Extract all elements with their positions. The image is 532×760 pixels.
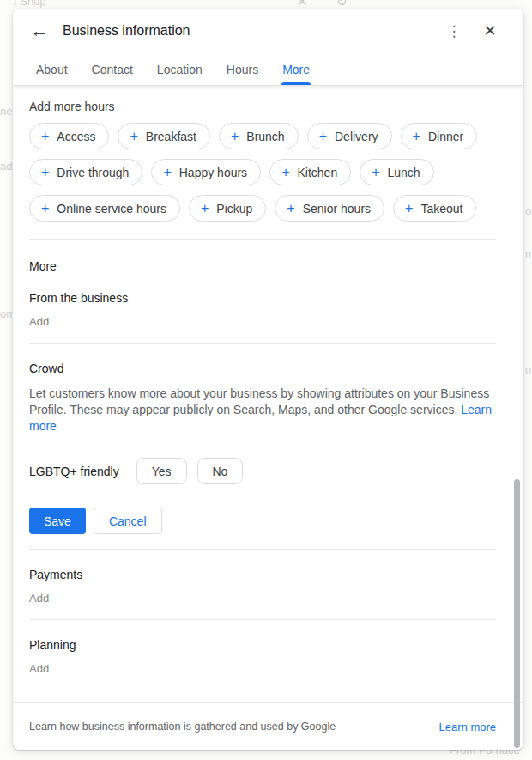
more-section-heading: More	[29, 259, 496, 273]
action-row: Save Cancel	[29, 508, 496, 534]
tab-location[interactable]: Location	[156, 53, 203, 85]
plus-icon: +	[413, 130, 420, 143]
add-hours-chip-online-service-hours[interactable]: + Online service hours	[29, 195, 180, 222]
add-hours-chip-brunch[interactable]: + Brunch	[219, 123, 299, 149]
add-hours-chip-delivery[interactable]: + Delivery	[307, 123, 392, 149]
plus-icon: +	[405, 202, 413, 216]
tab-bar: About Contact Location Hours More	[13, 53, 523, 86]
map-label: o	[525, 204, 531, 217]
plus-icon: +	[41, 166, 49, 179]
lgbtq-no-button[interactable]: No	[197, 458, 244, 484]
map-label: u	[525, 364, 531, 377]
add-more-hours-heading: Add more hours	[29, 86, 496, 113]
plus-icon: +	[130, 130, 137, 143]
plus-icon: +	[201, 202, 209, 216]
kebab-icon: ⋮	[447, 22, 462, 40]
group-title: Planning	[29, 638, 496, 652]
add-hours-chip-senior-hours[interactable]: + Senior hours	[275, 195, 384, 222]
tab-contact[interactable]: Contact	[91, 53, 134, 85]
lgbtq-friendly-label: LGBTQ+ friendly	[29, 465, 119, 478]
chip-label: Senior hours	[303, 202, 371, 216]
dialog-header: ← Business information ⋮ ✕	[13, 9, 523, 53]
add-payments-link[interactable]: Add	[29, 592, 49, 605]
add-from-business-link[interactable]: Add	[29, 315, 49, 328]
plus-icon: +	[372, 166, 379, 179]
plus-icon: +	[41, 202, 49, 216]
chip-label: Takeout	[420, 202, 462, 216]
map-label: ad	[0, 160, 12, 173]
lgbtq-yes-button[interactable]: Yes	[136, 458, 187, 484]
section-divider	[29, 690, 496, 690]
close-button[interactable]: ✕	[475, 16, 505, 46]
plus-icon: +	[287, 202, 294, 216]
back-button[interactable]: ←	[25, 16, 54, 46]
dialog-title: Business information	[63, 23, 190, 39]
payments-group: Payments Add	[29, 568, 496, 605]
tab-about[interactable]: About	[35, 53, 69, 85]
add-hours-chip-kitchen[interactable]: + Kitchen	[269, 159, 351, 185]
chip-label: Dinner	[428, 130, 463, 143]
chip-label: Breakfast	[146, 130, 196, 143]
hours-chip-row: + Access + Breakfast + Brunch + Delivery…	[29, 123, 496, 149]
add-hours-chip-drive-through[interactable]: + Drive through	[29, 159, 142, 185]
close-icon: ✕	[483, 21, 496, 40]
chip-label: Pickup	[216, 202, 252, 216]
group-title: From the business	[29, 291, 496, 305]
overflow-menu-button[interactable]: ⋮	[439, 16, 469, 46]
section-divider	[29, 239, 496, 240]
chip-label: Delivery	[335, 130, 378, 143]
plus-icon: +	[163, 166, 171, 179]
crowd-description: Let customers know more about your busin…	[29, 386, 493, 435]
from-the-business-group: From the business Add	[29, 291, 496, 329]
chip-label: Kitchen	[297, 166, 337, 179]
crowd-heading: Crowd	[29, 362, 496, 375]
scrollbar-thumb[interactable]	[514, 479, 520, 748]
chip-label: Lunch	[388, 166, 420, 179]
dialog-footer: Learn how business information is gather…	[13, 702, 523, 750]
add-hours-chip-breakfast[interactable]: + Breakfast	[118, 123, 209, 149]
chip-label: Happy hours	[179, 166, 247, 179]
cancel-button[interactable]: Cancel	[94, 508, 162, 534]
hours-chip-row: + Online service hours + Pickup + Senior…	[29, 195, 496, 222]
chip-label: Access	[57, 130, 95, 143]
planning-group: Planning Add	[29, 638, 496, 676]
tab-hours[interactable]: Hours	[226, 53, 259, 85]
crowd-description-text: Let customers know more about your busin…	[29, 386, 489, 416]
map-label: ne	[0, 105, 12, 118]
add-hours-chip-takeout[interactable]: + Takeout	[393, 195, 476, 222]
section-divider	[29, 549, 496, 550]
add-planning-link[interactable]: Add	[29, 662, 49, 675]
section-divider	[29, 619, 496, 620]
chip-label: Online service hours	[57, 202, 166, 216]
footer-learn-more-link[interactable]: Learn more	[439, 720, 496, 733]
plus-icon: +	[319, 130, 327, 143]
add-hours-chip-happy-hours[interactable]: + Happy hours	[151, 159, 261, 185]
add-hours-chip-lunch[interactable]: + Lunch	[360, 159, 434, 185]
plus-icon: +	[41, 130, 49, 143]
add-hours-chip-dinner[interactable]: + Dinner	[401, 123, 478, 149]
map-label: m	[525, 247, 532, 260]
back-arrow-icon: ←	[31, 21, 49, 41]
add-hours-chip-access[interactable]: + Access	[29, 123, 109, 149]
lgbtq-friendly-row: LGBTQ+ friendly Yes No	[29, 458, 496, 484]
hours-chip-row: + Drive through + Happy hours + Kitchen …	[29, 159, 496, 185]
group-title: Payments	[29, 568, 496, 581]
tab-more[interactable]: More	[281, 53, 311, 85]
chip-label: Drive through	[57, 166, 129, 179]
business-information-dialog: ← Business information ⋮ ✕ About Contact…	[13, 9, 523, 750]
map-label: t Shop	[14, 0, 46, 8]
save-button[interactable]: Save	[29, 508, 86, 534]
chip-label: Brunch	[246, 130, 284, 143]
dialog-content: Add more hours + Access + Breakfast + Br…	[13, 86, 523, 702]
plus-icon: +	[281, 166, 289, 179]
plus-icon: +	[231, 130, 239, 143]
section-divider	[29, 343, 496, 344]
add-hours-chip-pickup[interactable]: + Pickup	[189, 195, 266, 222]
footer-text: Learn how business information is gather…	[29, 720, 336, 733]
